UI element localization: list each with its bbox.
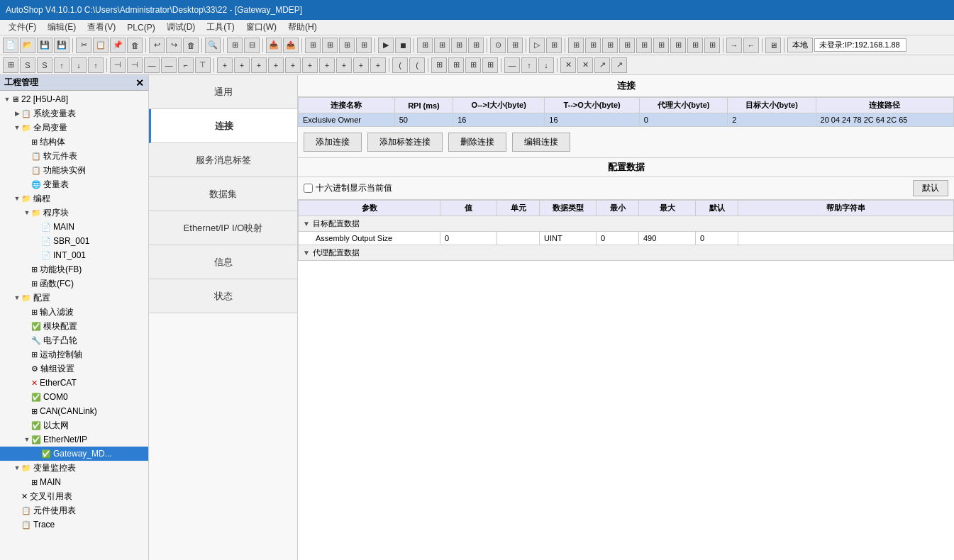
tb2-b11[interactable]: ⌐ [178, 57, 194, 73]
tree-node-varlist[interactable]: 🌐变量表 [0, 177, 148, 191]
tb-erase[interactable]: 🗑 [183, 38, 199, 53]
local-button[interactable]: 本地 [787, 38, 813, 52]
menu-help[interactable]: 帮助(H) [282, 20, 323, 35]
tree-node-vmonmain[interactable]: ⊞MAIN [0, 475, 148, 489]
tb-save[interactable]: 💾 [37, 38, 52, 53]
tb2-b29[interactable]: — [504, 57, 520, 73]
tb-b21[interactable]: ⊞ [653, 38, 669, 53]
tb-cut[interactable]: ✂ [76, 38, 91, 53]
tree-node-root[interactable]: ▼🖥22 [H5U-A8] [0, 92, 148, 106]
tb-b4[interactable]: 📤 [283, 38, 299, 53]
tree-node-filter[interactable]: ⊞输入滤波 [0, 305, 148, 319]
tb2-b22[interactable]: + [370, 57, 386, 73]
tb2-b9[interactable]: — [144, 57, 160, 73]
tree-node-fbi[interactable]: 📋功能块实例 [0, 163, 148, 177]
tb2-b23[interactable]: ( [392, 57, 408, 73]
tb2-b32[interactable]: ✕ [560, 57, 576, 73]
tb2-b5[interactable]: ↓ [71, 57, 87, 73]
tb2-b26[interactable]: ⊞ [448, 57, 464, 73]
tree-node-main[interactable]: 📄MAIN [0, 220, 148, 234]
tree-node-ethercat[interactable]: ✕EtherCAT [0, 376, 148, 390]
tb2-b10[interactable]: — [161, 57, 177, 73]
nav-item-5[interactable]: 信息 [149, 245, 297, 279]
tree-node-struct[interactable]: ⊞结构体 [0, 135, 148, 149]
tb-b12[interactable]: ⊞ [468, 38, 484, 53]
tree-node-axisgrp[interactable]: ⚙轴组设置 [0, 362, 148, 376]
nav-item-0[interactable]: 通用 [149, 75, 297, 109]
menu-debug[interactable]: 调试(D) [161, 20, 201, 35]
tb-save2[interactable]: 💾 [54, 38, 70, 53]
tree-node-compuse[interactable]: 📋元件使用表 [0, 503, 148, 517]
nav-item-4[interactable]: Ethernet/IP I/O映射 [149, 211, 297, 245]
tb-find[interactable]: 🔍 [205, 38, 221, 53]
tb2-b33[interactable]: ✕ [577, 57, 593, 73]
tb2-b15[interactable]: + [251, 57, 267, 73]
tb2-b6[interactable]: ↑ [88, 57, 104, 73]
tb-login[interactable]: → [726, 38, 742, 53]
tb-monitor[interactable]: 🖥 [765, 38, 781, 53]
conn-row[interactable]: Exclusive Owner5016160220 04 24 78 2C 64… [299, 113, 954, 127]
tb-b18[interactable]: ⊞ [602, 38, 618, 53]
tb2-b17[interactable]: + [285, 57, 301, 73]
tree-node-cam[interactable]: 🔧电子凸轮 [0, 333, 148, 347]
tb-del[interactable]: 🗑 [127, 38, 143, 53]
tb-copy[interactable]: 📋 [93, 38, 109, 53]
tb2-b27[interactable]: ⊞ [465, 57, 481, 73]
tree-node-modcfg[interactable]: ✅模块配置 [0, 319, 148, 333]
tb-b9[interactable]: ⊞ [417, 38, 433, 53]
tree-node-prog[interactable]: ▼📁编程 [0, 191, 148, 206]
tb-b23[interactable]: ⊞ [687, 38, 703, 53]
menu-edit[interactable]: 编辑(E) [42, 20, 82, 35]
tb2-b19[interactable]: + [319, 57, 335, 73]
tb-b20[interactable]: ⊞ [636, 38, 652, 53]
tree-node-soft[interactable]: 📋软元件表 [0, 149, 148, 163]
tree-node-globalvar[interactable]: ▼📁全局变量 [0, 121, 148, 135]
tb-b7[interactable]: ⊞ [339, 38, 355, 53]
edit-conn-button[interactable]: 编辑连接 [512, 133, 570, 152]
add-conn-button[interactable]: 添加连接 [304, 133, 362, 152]
nav-item-2[interactable]: 服务消息标签 [149, 143, 297, 177]
tb2-b20[interactable]: + [336, 57, 352, 73]
tb-b11[interactable]: ⊞ [451, 38, 467, 53]
tb2-b34[interactable]: ↗ [594, 57, 610, 73]
hex-display-checkbox[interactable] [304, 184, 313, 193]
tb2-b30[interactable]: ↑ [521, 57, 537, 73]
tb-b19[interactable]: ⊞ [619, 38, 635, 53]
tb2-b3[interactable]: S [37, 57, 52, 73]
menu-file[interactable]: 文件(F) [3, 20, 42, 35]
nav-item-6[interactable]: 状态 [149, 279, 297, 313]
tree-node-com0[interactable]: ✅COM0 [0, 390, 148, 404]
nav-item-3[interactable]: 数据集 [149, 177, 297, 211]
default-button[interactable]: 默认 [913, 180, 948, 196]
menu-window[interactable]: 窗口(W) [240, 20, 282, 35]
tree-node-motion[interactable]: ⊞运动控制轴 [0, 347, 148, 362]
tb2-b28[interactable]: ⊞ [482, 57, 498, 73]
menu-view[interactable]: 查看(V) [82, 20, 121, 35]
tb2-b1[interactable]: ⊞ [3, 57, 18, 73]
tb2-b35[interactable]: ↗ [611, 57, 627, 73]
tb-b13[interactable]: ⊞ [507, 38, 523, 53]
tb-b24[interactable]: ⊞ [704, 38, 720, 53]
tb-paste[interactable]: 📌 [110, 38, 126, 53]
tb-b3[interactable]: 📥 [266, 38, 282, 53]
tree-node-progblock[interactable]: ▼📁程序块 [0, 206, 148, 220]
tb-b5[interactable]: ⊞ [305, 38, 321, 53]
tree-node-fc[interactable]: ⊞函数(FC) [0, 276, 148, 291]
tb-b14[interactable]: ▷ [529, 38, 545, 53]
tb-redo[interactable]: ↪ [166, 38, 182, 53]
tb2-b16[interactable]: + [268, 57, 284, 73]
tb2-b14[interactable]: + [234, 57, 250, 73]
tb-b22[interactable]: ⊞ [670, 38, 686, 53]
menu-tools[interactable]: 工具(T) [201, 20, 240, 35]
tb-new[interactable]: 📄 [3, 38, 18, 53]
tb2-b2[interactable]: S [20, 57, 35, 73]
tb-b2[interactable]: ⊟ [244, 38, 260, 53]
tree-node-gateway[interactable]: ✅Gateway_MD... [0, 447, 148, 461]
delete-conn-button[interactable]: 删除连接 [448, 133, 506, 152]
tb2-b7[interactable]: ⊣ [110, 57, 126, 73]
tb2-b8[interactable]: ⊣ [127, 57, 143, 73]
tree-node-int[interactable]: 📄INT_001 [0, 248, 148, 262]
tb2-b13[interactable]: + [217, 57, 233, 73]
tree-node-xref[interactable]: ✕交叉引用表 [0, 489, 148, 503]
tb-b15[interactable]: ⊞ [546, 38, 562, 53]
